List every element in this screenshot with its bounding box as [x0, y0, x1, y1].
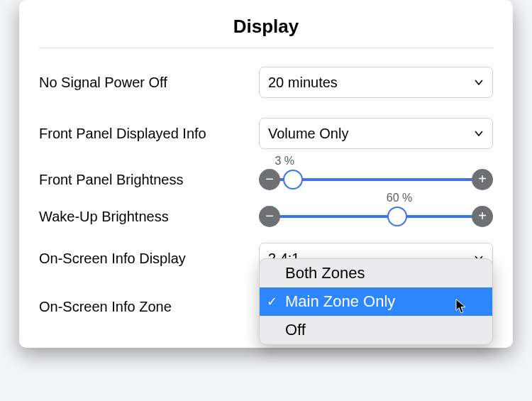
page-title: Display — [39, 16, 493, 38]
slider-track[interactable] — [270, 215, 482, 218]
dropdown-osd-zone[interactable]: Both Zones✓Main Zone OnlyOff — [259, 258, 493, 345]
slider-value-label: 3 % — [275, 155, 295, 167]
label-wake-bright: Wake-Up Brightness — [39, 209, 259, 225]
label-no-signal: No Signal Power Off — [39, 75, 259, 91]
select-no-signal-power-off[interactable]: 20 minutes — [259, 67, 493, 98]
check-icon: ✓ — [267, 294, 277, 309]
cursor-icon — [455, 299, 468, 314]
chevron-down-icon — [474, 128, 484, 138]
dropdown-option[interactable]: Off — [260, 316, 492, 344]
row-front-panel-info: Front Panel Displayed Info Volume Only — [39, 118, 493, 149]
dropdown-option[interactable]: Both Zones — [260, 259, 492, 287]
select-value: Volume Only — [268, 126, 348, 142]
display-settings-panel: Display No Signal Power Off 20 minutes F… — [19, 0, 513, 348]
increment-button[interactable]: + — [472, 206, 493, 227]
dropdown-option-label: Off — [285, 321, 306, 339]
slider-thumb[interactable] — [387, 207, 407, 226]
decrement-button[interactable]: − — [259, 169, 280, 190]
decrement-button[interactable]: − — [259, 206, 280, 227]
select-front-panel-info[interactable]: Volume Only — [259, 118, 493, 149]
row-no-signal-power-off: No Signal Power Off 20 minutes — [39, 67, 493, 98]
slider-wakeup-brightness[interactable]: 60 % − + — [259, 206, 493, 227]
slider-thumb[interactable] — [283, 170, 303, 189]
slider-track[interactable] — [270, 178, 482, 181]
slider-value-label: 60 % — [387, 192, 412, 204]
dropdown-option-label: Main Zone Only — [285, 292, 395, 310]
dropdown-option[interactable]: ✓Main Zone Only — [260, 287, 492, 316]
label-front-info: Front Panel Displayed Info — [39, 126, 259, 142]
slider-front-panel-brightness[interactable]: 3 % − + — [259, 169, 493, 190]
label-front-bright: Front Panel Brightness — [39, 172, 259, 188]
chevron-down-icon — [474, 77, 484, 87]
row-wakeup-brightness: Wake-Up Brightness 60 % − + — [39, 206, 493, 227]
row-front-panel-brightness: Front Panel Brightness 3 % − + — [39, 169, 493, 190]
divider — [39, 48, 493, 48]
select-value: 20 minutes — [268, 75, 338, 91]
label-osd-display: On-Screen Info Display — [39, 251, 259, 267]
increment-button[interactable]: + — [472, 169, 493, 190]
dropdown-option-label: Both Zones — [285, 264, 365, 282]
row-osd-zone: On-Screen Info Zone Main Zone Only Both … — [39, 291, 493, 322]
label-osd-zone: On-Screen Info Zone — [39, 299, 259, 315]
